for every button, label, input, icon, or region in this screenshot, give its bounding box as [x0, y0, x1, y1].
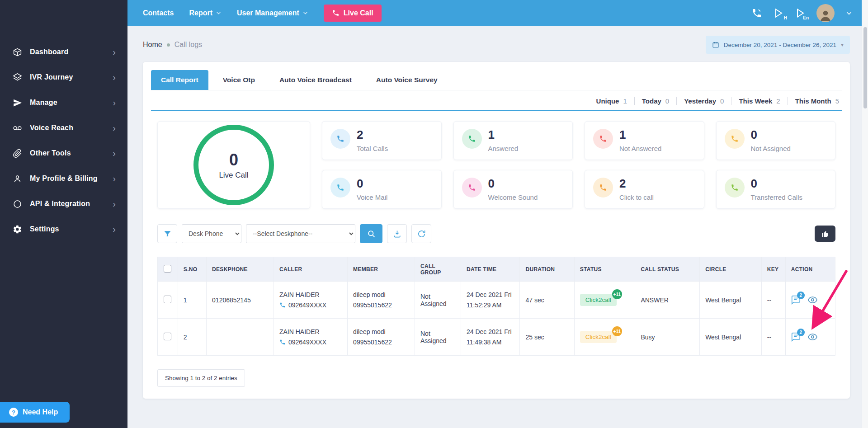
eye-icon[interactable] — [808, 295, 817, 305]
live-call-button[interactable]: Live Call — [324, 5, 382, 22]
chevron-right-icon: › — [113, 123, 116, 132]
entries-summary: Showing 1 to 2 of 2 entries — [157, 369, 245, 387]
cell-status: Click2call +11 — [574, 319, 635, 356]
filter-bar: Desk Phone --Select Deskphone-- — [151, 224, 842, 243]
status-label: Click2call — [585, 334, 611, 340]
quick-stat-label: Today — [642, 97, 661, 105]
sidebar-item-manage[interactable]: Manage › — [0, 90, 127, 115]
call-date: 24 Dec 2021 Fri — [467, 291, 514, 298]
call-date: 24 Dec 2021 Fri — [467, 328, 514, 335]
missed-call-icon — [593, 129, 613, 149]
sidebar-item-label: Settings — [30, 225, 59, 233]
download-button[interactable] — [387, 224, 407, 243]
nav-report[interactable]: Report — [189, 9, 222, 17]
sidebar-item-dashboard[interactable]: Dashboard › — [0, 39, 127, 65]
call-logs-card: Call Report Voice Otp Auto Voice Broadca… — [143, 62, 850, 399]
sidebar-item-label: My Profile & Billing — [30, 174, 98, 183]
refresh-button[interactable] — [411, 224, 431, 243]
transferred-call-icon — [725, 178, 745, 198]
quick-stat-this-month[interactable]: This Month 5 — [795, 97, 839, 105]
quick-stat-unique[interactable]: Unique 1 — [596, 97, 627, 105]
stat-label: Not Answered — [619, 145, 661, 152]
sidebar-item-other-tools[interactable]: Other Tools › — [0, 141, 127, 166]
stat-card-not-answered: 1Not Answered — [585, 121, 704, 160]
cell-date-time: 24 Dec 2021 Fri 11:49:38 AM — [461, 319, 520, 356]
chat-icon[interactable]: 2 — [791, 295, 801, 305]
sidebar-item-label: Other Tools — [30, 149, 71, 157]
nav-contacts-label: Contacts — [143, 9, 174, 17]
chevron-down-icon[interactable] — [845, 9, 853, 17]
stat-card-not-assigned: 0Not Assigned — [716, 121, 836, 160]
play-hindi-badge: H — [784, 15, 787, 20]
stats-section: 0 Live Call 2Total Calls 1Answered — [151, 121, 842, 209]
voicemail-call-icon — [330, 178, 350, 198]
sidebar-nav: Dashboard › IVR Journey › Manage › Voice… — [0, 26, 127, 242]
chevron-right-icon: › — [113, 73, 116, 82]
phone-call-icon[interactable] — [751, 8, 762, 19]
stat-card-click-to-call: 2Click to call — [585, 170, 704, 209]
chevron-right-icon: › — [113, 225, 116, 234]
date-range-picker[interactable]: December 20, 2021 - December 26, 2021 ▾ — [706, 36, 850, 54]
breadcrumb-home[interactable]: Home — [143, 41, 162, 49]
breadcrumb-current: Call logs — [175, 41, 202, 49]
stat-label: Not Assigned — [751, 145, 791, 152]
logo-area — [0, 0, 127, 26]
member-name: dileep modi — [353, 291, 409, 298]
breadcrumb: Home Call logs December 20, 2021 - Decem… — [143, 36, 850, 54]
quick-stat-this-week[interactable]: This Week 2 — [739, 97, 780, 105]
stat-label: Answered — [488, 145, 519, 152]
row-checkbox[interactable] — [164, 333, 171, 340]
play-english-icon[interactable]: En — [795, 8, 806, 19]
quick-stat-label: Unique — [596, 97, 619, 105]
eye-icon[interactable] — [808, 332, 817, 342]
chevron-down-icon — [216, 10, 222, 16]
sidebar-item-voice-reach[interactable]: Voice Reach › — [0, 115, 127, 141]
nav-report-label: Report — [189, 9, 212, 17]
sidebar-item-label: Dashboard — [30, 48, 68, 56]
quick-stat-today[interactable]: Today 0 — [642, 97, 669, 105]
table-header-row: S.NO DESKPHONE CALLER MEMBER CALL GROUP … — [158, 257, 835, 282]
cell-call-group: Not Assigned — [415, 319, 461, 356]
select-all-checkbox[interactable] — [164, 265, 171, 273]
stat-value: 1 — [488, 128, 495, 141]
scrollbar-thumb[interactable] — [863, 27, 867, 108]
sidebar-item-profile-billing[interactable]: My Profile & Billing › — [0, 166, 127, 191]
chat-icon[interactable]: 2 — [791, 332, 801, 342]
tab-call-report[interactable]: Call Report — [151, 70, 208, 90]
chevron-right-icon: › — [113, 199, 116, 208]
nav-user-management[interactable]: User Management — [237, 9, 308, 17]
nav-contacts[interactable]: Contacts — [143, 9, 174, 17]
sidebar-item-ivr-journey[interactable]: IVR Journey › — [0, 65, 127, 90]
paper-plane-icon — [12, 97, 23, 108]
stat-value: 0 — [488, 177, 495, 190]
tab-auto-voice-broadcast[interactable]: Auto Voice Broadcast — [269, 70, 362, 90]
deskphone-select[interactable]: --Select Deskphone-- — [246, 224, 355, 243]
search-button[interactable] — [360, 224, 382, 243]
filter-button[interactable] — [157, 224, 177, 243]
chevron-right-icon: › — [113, 149, 116, 158]
sidebar-item-api-integration[interactable]: API & Integration › — [0, 191, 127, 216]
avatar[interactable] — [816, 4, 835, 22]
tab-auto-voice-survey[interactable]: Auto Voice Survey — [366, 70, 448, 90]
question-icon: ? — [9, 408, 18, 417]
stat-value: 0 — [751, 128, 757, 141]
cell-caller: ZAIN HAIDER 092649XXXX — [274, 282, 347, 319]
play-hindi-icon[interactable]: H — [773, 8, 784, 19]
need-help-button[interactable]: ? Need Help — [0, 402, 70, 423]
table-row: 2 ZAIN HAIDER 092649XXXX — [158, 319, 835, 356]
quick-stat-yesterday[interactable]: Yesterday 0 — [684, 97, 724, 105]
sidebar-item-label: API & Integration — [30, 200, 90, 208]
cell-call-status: ANSWER — [635, 282, 700, 319]
quick-stat-value: 0 — [720, 97, 724, 105]
scrollbar[interactable] — [862, 0, 868, 428]
live-call-label: Live Call — [344, 9, 373, 17]
phone-type-select[interactable]: Desk Phone — [182, 224, 241, 243]
app-root: Dashboard › IVR Journey › Manage › Voice… — [0, 0, 868, 428]
row-checkbox[interactable] — [164, 296, 171, 303]
page-content: Home Call logs December 20, 2021 - Decem… — [127, 26, 868, 428]
thumbs-up-icon — [821, 230, 829, 238]
feedback-button[interactable] — [815, 226, 835, 242]
tab-voice-otp[interactable]: Voice Otp — [213, 70, 265, 90]
cell-member: dileep modi 09955015622 — [348, 319, 415, 356]
sidebar-item-settings[interactable]: Settings › — [0, 216, 127, 242]
